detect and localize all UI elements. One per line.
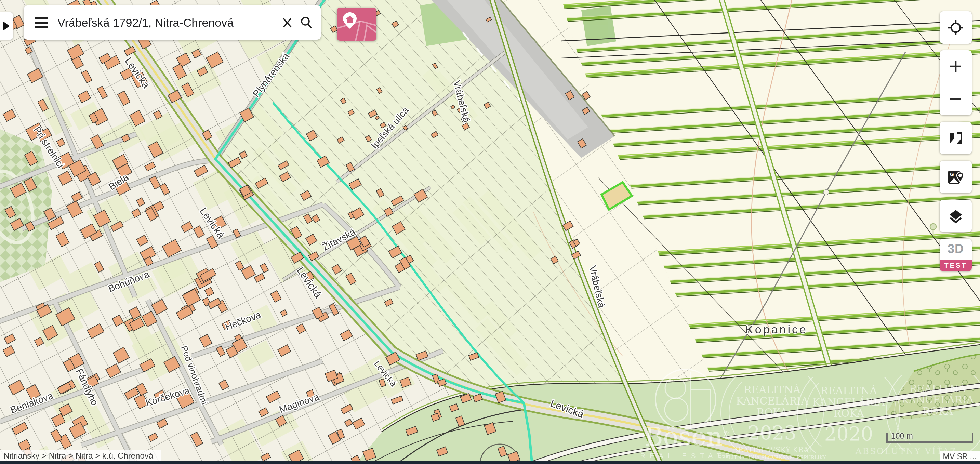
test-badge: TEST xyxy=(940,259,972,271)
search-input[interactable] xyxy=(57,16,278,30)
zoom-out-button[interactable] xyxy=(940,83,972,116)
close-icon xyxy=(282,17,293,29)
zoom-controls xyxy=(940,50,972,115)
app-root: { "search": { "value": "Vrábeľská 1792/1… xyxy=(0,0,980,464)
locate-icon xyxy=(948,20,964,36)
compare-maps-icon xyxy=(948,130,964,146)
search-button[interactable] xyxy=(297,13,316,32)
zoom-in-button[interactable] xyxy=(940,50,972,83)
compare-maps-button[interactable] xyxy=(940,122,972,154)
bottom-edge-bar xyxy=(0,461,980,464)
clear-search-button[interactable] xyxy=(278,13,297,32)
breadcrumb[interactable]: Nitriansky > Nitra > Nitra > k.ú. Chreno… xyxy=(0,450,161,461)
search-icon xyxy=(299,16,313,29)
menu-button[interactable] xyxy=(35,17,48,28)
search-bar xyxy=(24,5,321,40)
scale-label: 100 m xyxy=(891,432,913,441)
plus-icon xyxy=(949,59,963,73)
minus-icon xyxy=(949,92,963,106)
google-maps-icon: G xyxy=(947,168,964,186)
mode-3d-button[interactable]: 3D TEST xyxy=(940,239,972,271)
layers-icon xyxy=(948,208,964,224)
svg-text:G: G xyxy=(950,171,954,177)
cadastral-map[interactable]: LevickáPlynárenskáPri strelniciBielaLevi… xyxy=(0,0,980,464)
layers-button[interactable] xyxy=(940,200,972,232)
scale-bar: 100 m xyxy=(886,431,973,443)
google-maps-button[interactable]: G xyxy=(940,161,972,193)
side-panel-toggle[interactable] xyxy=(0,12,13,40)
hamburger-icon xyxy=(35,17,48,19)
map-toolbar: G 3D TEST xyxy=(940,11,972,271)
area-label: Kopanice xyxy=(745,323,808,336)
map-canvas[interactable]: LevickáPlynárenskáPri strelniciBielaLevi… xyxy=(0,0,980,464)
3d-label: 3D xyxy=(948,239,964,259)
basemap-style-button[interactable] xyxy=(337,8,377,41)
map-style-pin-icon xyxy=(337,8,377,41)
expand-arrow-icon xyxy=(3,22,10,30)
locate-button[interactable] xyxy=(940,11,972,44)
